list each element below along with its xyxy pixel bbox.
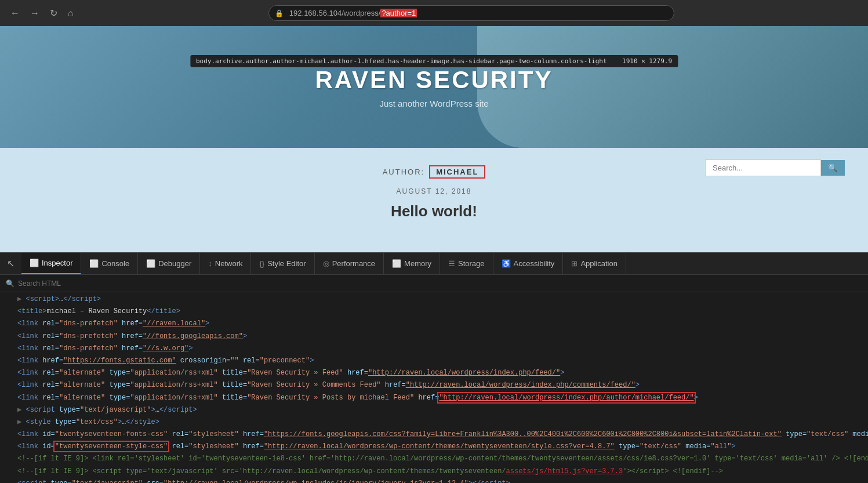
- tab-performance-label: Performance: [332, 259, 375, 268]
- element-tooltip: body.archive.author.author-michael.autho…: [190, 55, 678, 67]
- tab-inspector[interactable]: ⬜ Inspector: [21, 253, 81, 274]
- tab-storage[interactable]: ☰ Storage: [440, 253, 493, 274]
- author-line: AUTHOR: MICHAEL: [383, 165, 486, 179]
- inspector-pointer-button[interactable]: ↖: [3, 256, 18, 271]
- site-header: RAVEN SECURITY Just another WordPress si…: [0, 26, 868, 148]
- tab-console[interactable]: ⬜ Console: [81, 253, 138, 274]
- search-input[interactable]: [705, 159, 821, 176]
- website-content: body.archive.author.author-michael.autho…: [0, 26, 868, 252]
- url-prefix: 192.168.56.104/wordpress/: [289, 9, 381, 17]
- memory-icon: ⬜: [392, 259, 401, 268]
- html-line: ▶ <script>…</script>: [0, 293, 868, 306]
- html-line: <link rel="alternate" type="application/…: [0, 392, 868, 404]
- address-bar-container: 🔒 192.168.56.104/wordpress/?author=1: [268, 5, 674, 21]
- style-editor-icon: {}: [259, 259, 264, 268]
- tab-network[interactable]: ↕ Network: [200, 253, 251, 274]
- devtools-tabs: ⬜ Inspector ⬜ Console ⬜ Debugger ↕ Netwo…: [21, 253, 868, 274]
- network-icon: ↕: [208, 259, 212, 268]
- search-html-icon: 🔍: [6, 279, 14, 288]
- back-button[interactable]: ←: [7, 6, 23, 21]
- toolbar-left: ↖: [0, 253, 21, 274]
- tab-inspector-label: Inspector: [42, 259, 72, 267]
- nav-buttons: ← → ↻ ⌂: [7, 5, 77, 21]
- author-name-box: MICHAEL: [429, 165, 485, 179]
- html-line: <link rel="dns-prefetch" href="//s.w.org…: [0, 343, 868, 355]
- date-line: AUGUST 12, 2018: [397, 187, 472, 195]
- content-area: AUTHOR: MICHAEL AUGUST 12, 2018 Hello wo…: [0, 148, 868, 252]
- site-title: RAVEN SECURITY: [315, 66, 553, 94]
- html-line: <link rel="dns-prefetch" href="//raven.l…: [0, 318, 868, 330]
- html-line: ▶ <script type="text/javascript">…</scri…: [0, 404, 868, 416]
- tooltip-dimensions: 1910 × 1279.9: [622, 57, 672, 65]
- console-icon: ⬜: [89, 259, 99, 268]
- tab-console-label: Console: [101, 259, 129, 268]
- html-line: <link rel="dns-prefetch" href="//fonts.g…: [0, 331, 868, 343]
- devtools-toolbar: ↖ ⬜ Inspector ⬜ Console ⬜ Debugger ↕ Net…: [0, 253, 868, 275]
- tab-memory[interactable]: ⬜ Memory: [384, 253, 440, 274]
- tab-storage-label: Storage: [458, 259, 485, 268]
- application-icon: ⊞: [571, 259, 578, 268]
- inspector-icon: ⬜: [30, 259, 39, 267]
- search-html-input[interactable]: [18, 279, 862, 288]
- html-line: <script type="text/javascript" src="http…: [0, 478, 868, 483]
- tab-performance[interactable]: ◎ Performance: [315, 253, 384, 274]
- address-bar-wrapper[interactable]: 🔒 192.168.56.104/wordpress/?author=1: [268, 5, 674, 21]
- home-button[interactable]: ⌂: [64, 6, 77, 21]
- author-label: AUTHOR:: [383, 168, 425, 176]
- html-line: <!--[if lt IE 9]> <script type='text/jav…: [0, 466, 868, 478]
- site-tagline: Just another WordPress site: [379, 99, 488, 108]
- tooltip-text: body.archive.author.author-michael.autho…: [196, 57, 607, 65]
- tab-debugger[interactable]: ⬜ Debugger: [138, 253, 200, 274]
- tab-accessibility[interactable]: ♿ Accessibility: [493, 253, 564, 274]
- performance-icon: ◎: [323, 259, 329, 268]
- html-line: <link rel="alternate" type="application/…: [0, 379, 868, 391]
- debugger-icon: ⬜: [146, 259, 155, 268]
- lock-icon: 🔒: [275, 9, 284, 17]
- search-button[interactable]: 🔍: [821, 160, 845, 176]
- forward-button[interactable]: →: [27, 6, 43, 21]
- devtools-panel: ↖ ⬜ Inspector ⬜ Console ⬜ Debugger ↕ Net…: [0, 252, 868, 483]
- devtools-html-body: ▶ <script>…</script> <title>michael – Ra…: [0, 292, 868, 483]
- devtools-search-bar: 🔍: [0, 275, 868, 292]
- search-box: 🔍: [705, 159, 845, 176]
- tab-application[interactable]: ⊞ Application: [563, 253, 626, 274]
- url-selected: ?author=1: [380, 9, 417, 17]
- tab-style-editor-label: Style Editor: [267, 259, 306, 268]
- post-title: Hello world!: [391, 202, 477, 220]
- html-line: <link rel="alternate" type="application/…: [0, 367, 868, 379]
- tab-style-editor[interactable]: {} Style Editor: [251, 253, 314, 274]
- html-line: ▶ <style type="text/css">…</style>: [0, 416, 868, 428]
- storage-icon: ☰: [448, 259, 455, 268]
- browser-chrome: ← → ↻ ⌂ 🔒 192.168.56.104/wordpress/?auth…: [0, 0, 868, 26]
- html-line: <link id="twentyseventeen-style-css" rel…: [0, 441, 868, 453]
- tab-memory-label: Memory: [404, 259, 431, 268]
- tab-debugger-label: Debugger: [158, 259, 191, 268]
- html-line: <title>michael – Raven Security</title>: [0, 306, 868, 318]
- html-line: <!--[if lt IE 9]> <link rel='stylesheet'…: [0, 453, 868, 465]
- tab-network-label: Network: [215, 259, 243, 268]
- url-text: 192.168.56.104/wordpress/?author=1: [289, 9, 417, 17]
- accessibility-icon: ♿: [502, 259, 511, 268]
- html-line: <link id="twentyseventeen-fonts-css" rel…: [0, 428, 868, 441]
- tab-accessibility-label: Accessibility: [514, 259, 555, 268]
- html-line: <link href="https://fonts.gstatic.com" c…: [0, 355, 868, 367]
- refresh-button[interactable]: ↻: [46, 5, 61, 21]
- tab-application-label: Application: [580, 259, 618, 268]
